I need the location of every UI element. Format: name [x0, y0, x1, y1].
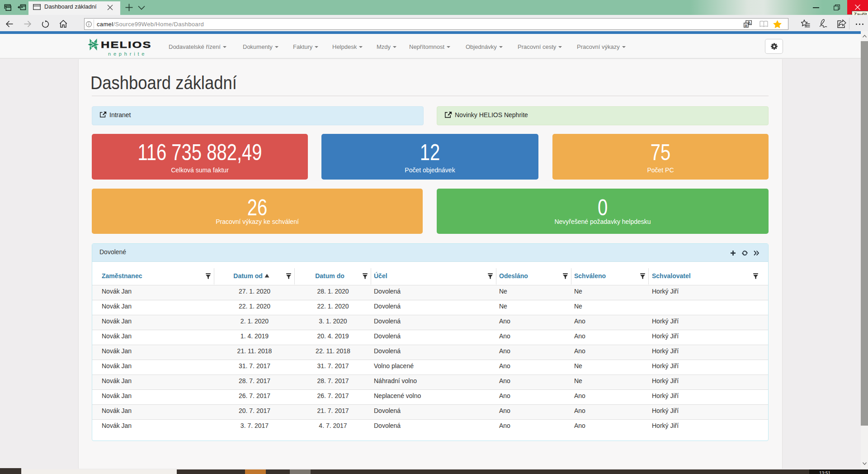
svg-text:a: a	[745, 23, 747, 28]
